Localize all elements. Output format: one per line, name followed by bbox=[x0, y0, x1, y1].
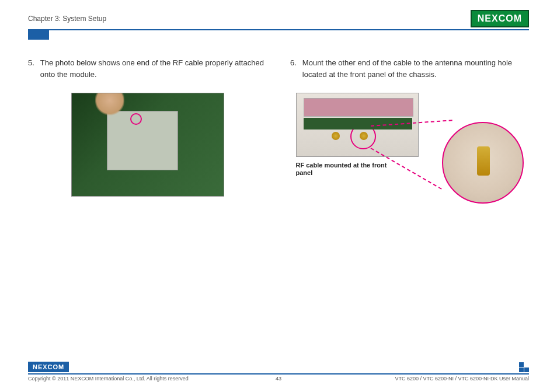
step-6-text: Mount the other end of the cable to the … bbox=[302, 57, 529, 80]
callout-circle-icon bbox=[350, 124, 376, 149]
step-5-text: The photo below shows one end of the RF … bbox=[40, 57, 267, 80]
figure-front-panel-composite: RF cable mounted at the front panel bbox=[296, 93, 524, 215]
photo-circuit-board bbox=[71, 93, 224, 197]
step-5: 5. The photo below shows one end of the … bbox=[28, 57, 267, 80]
step-5-number: 5. bbox=[28, 57, 34, 80]
page-header: Chapter 3: System Setup NEXCOM bbox=[28, 10, 529, 27]
content-area: 5. The photo below shows one end of the … bbox=[28, 57, 529, 215]
step-6-number: 6. bbox=[290, 57, 297, 80]
sma-connector-icon bbox=[332, 132, 340, 140]
step-6: 6. Mount the other end of the cable to t… bbox=[290, 57, 529, 80]
brand-logo-text: NEXCOM bbox=[478, 13, 522, 24]
footer-logo-row: NEXCOM bbox=[28, 362, 529, 372]
figure-caption: RF cable mounted at the front panel bbox=[296, 162, 389, 177]
header-rule bbox=[28, 29, 529, 30]
footer-brand-logo: NEXCOM bbox=[28, 362, 69, 372]
chapter-title: Chapter 3: System Setup bbox=[28, 15, 106, 23]
figure-rf-cable-module bbox=[28, 93, 267, 197]
footer-squares-icon bbox=[519, 362, 529, 372]
footer-brand-text: NEXCOM bbox=[33, 363, 64, 370]
left-column: 5. The photo below shows one end of the … bbox=[28, 57, 267, 215]
footer-docref: VTC 6200 / VTC 6200-NI / VTC 6200-NI-DK … bbox=[395, 376, 529, 382]
page-number: 43 bbox=[276, 376, 281, 382]
brand-logo: NEXCOM bbox=[471, 10, 529, 27]
figure-front-panel: RF cable mounted at the front panel bbox=[290, 93, 529, 215]
photo-front-panel bbox=[296, 93, 419, 157]
callout-circle-icon bbox=[130, 113, 142, 125]
right-column: 6. Mount the other end of the cable to t… bbox=[290, 57, 529, 215]
zoom-detail-circle bbox=[442, 122, 524, 204]
footer-rule bbox=[28, 373, 529, 374]
page-footer: NEXCOM Copyright © 2011 NEXCOM Internati… bbox=[28, 362, 529, 382]
footer-text-row: Copyright © 2011 NEXCOM International Co… bbox=[28, 376, 529, 382]
header-tab-accent bbox=[28, 30, 49, 40]
footer-copyright: Copyright © 2011 NEXCOM International Co… bbox=[28, 376, 189, 382]
